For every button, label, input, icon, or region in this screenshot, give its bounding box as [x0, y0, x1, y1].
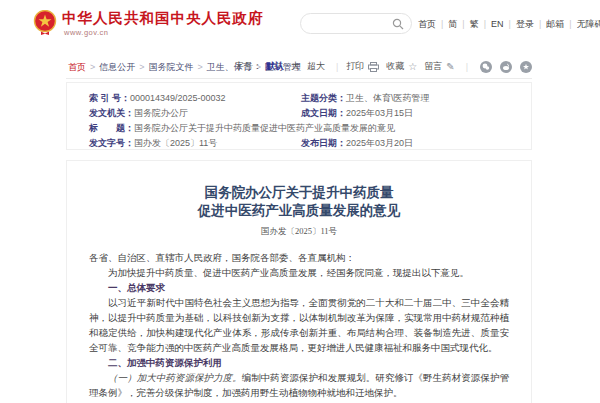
item1-lead: （一）加大中药资源保护力度。: [108, 373, 242, 383]
search-icon[interactable]: [392, 18, 404, 30]
top-nav: 首页简繁EN登录邮箱无障碍: [418, 18, 600, 31]
meta-row: 发文字号： 国办发〔2025〕11号 发布日期： 2025年03月20日: [89, 136, 509, 151]
font-size-default[interactable]: 默认: [266, 60, 284, 73]
breadcrumb-home[interactable]: 首页: [68, 62, 86, 72]
font-size-large[interactable]: 大: [291, 60, 300, 73]
meta-agency-label: 发文机关：: [89, 106, 134, 121]
comment-button[interactable]: 留言: [424, 60, 442, 73]
nav-traditional[interactable]: 繁: [457, 19, 478, 29]
document-content-box: 国务院办公厅关于提升中药质量 促进中医药产业高质量发展的意见 国办发〔2025〕…: [66, 160, 532, 403]
breadcrumb-separator: >: [198, 62, 203, 72]
meta-row: 发文机关： 国务院办公厅 成文日期： 2025年03月15日: [89, 106, 509, 121]
nav-login[interactable]: 登录: [504, 19, 534, 29]
meta-written-date-label: 成文日期：: [301, 106, 346, 121]
meta-index-label: 索 引 号：: [89, 91, 130, 106]
section2-heading: 二、加强中药资源保护利用: [89, 356, 509, 371]
divider: |: [336, 62, 338, 72]
meta-agency-value: 国务院办公厅: [134, 106, 188, 121]
item1-paragraph: （一）加大中药资源保护力度。编制中药资源保护和发展规划。研究修订《野生药材资源保…: [89, 371, 509, 401]
salutation-paragraph: 各省、自治区、直辖市人民政府，国务院各部委、各直属机构：: [89, 251, 509, 266]
printer-icon[interactable]: [368, 62, 379, 72]
meta-index-value: 000014349/2025-00032: [130, 91, 226, 106]
national-emblem-icon[interactable]: [33, 10, 57, 36]
search-box[interactable]: [300, 13, 412, 34]
font-size-label: 字号：: [235, 60, 262, 73]
document-title: 国务院办公厅关于提升中药质量 促进中医药产业高质量发展的意见: [67, 184, 531, 220]
site-title[interactable]: 中华人民共和国中央人民政府: [62, 9, 264, 28]
breadcrumb-info-disclosure[interactable]: 信息公开: [99, 62, 135, 72]
meta-row: 标 题： 国务院办公厅关于提升中药质量促进中医药产业高质量发展的意见: [89, 121, 509, 136]
meta-publish-date-label: 发布日期：: [301, 136, 346, 151]
share-wechat-icon[interactable]: [480, 61, 492, 73]
print-button[interactable]: 打印: [346, 60, 364, 73]
nav-home[interactable]: 首页: [418, 19, 436, 29]
document-number: 国办发〔2025〕11号: [67, 226, 531, 238]
meta-publish-date-value: 2025年03月20日: [346, 136, 413, 151]
pencil-icon[interactable]: ✎: [446, 61, 454, 72]
meta-doc-no-value: 国办发〔2025〕11号: [134, 136, 217, 151]
divider: |: [466, 62, 468, 72]
document-meta-box: 索 引 号： 000014349/2025-00032 主题分类： 卫生、体育\…: [66, 82, 532, 150]
meta-title-value: 国务院办公厅关于提升中药质量促进中医药产业高质量发展的意见: [134, 121, 395, 136]
nav-mail[interactable]: 邮箱: [534, 19, 564, 29]
meta-row: 索 引 号： 000014349/2025-00032 主题分类： 卫生、体育\…: [89, 91, 509, 106]
document-title-line2: 促进中医药产业高质量发展的意见: [67, 202, 531, 220]
site-header: 中华人民共和国中央人民政府 www.gov.cn 首页简繁EN登录邮箱无障碍: [0, 0, 600, 52]
nav-simplified[interactable]: 简: [436, 19, 457, 29]
nav-english[interactable]: EN: [479, 19, 504, 29]
font-size-xlarge[interactable]: 超大: [307, 60, 325, 73]
document-body: 各省、自治区、直辖市人民政府，国务院各部委、各直属机构： 为加快提升中药质量、促…: [89, 251, 509, 403]
breadcrumb-separator: >: [139, 62, 144, 72]
breadcrumb-toolbar: 首页>信息公开>国务院文件>卫生、体育>医药管理 字号： 默认 大 超大 | 打…: [66, 56, 532, 79]
search-input[interactable]: [311, 16, 393, 31]
document-title-line1: 国务院办公厅关于提升中药质量: [67, 184, 531, 202]
meta-topic-label: 主题分类：: [301, 91, 346, 106]
meta-title-label: 标 题：: [89, 121, 134, 136]
favorite-button[interactable]: 收藏: [386, 60, 404, 73]
meta-topic-value: 卫生、体育\医药管理: [346, 91, 430, 106]
site-url: www.gov.cn: [64, 28, 108, 37]
meta-doc-no-label: 发文字号：: [89, 136, 134, 151]
nav-accessibility[interactable]: 无障碍: [564, 19, 600, 29]
page-tools: 字号： 默认 大 超大 | 打印 收藏 ☆ 留言 ✎ |: [235, 60, 532, 73]
breadcrumb-separator: >: [90, 62, 95, 72]
breadcrumb-state-council-docs[interactable]: 国务院文件: [149, 62, 194, 72]
intro-paragraph: 为加快提升中药质量、促进中医药产业高质量发展，经国务院同意，现提出以下意见。: [89, 266, 509, 281]
share-weibo-icon[interactable]: [500, 61, 512, 73]
section1-paragraph: 以习近平新时代中国特色社会主义思想为指导，全面贯彻党的二十大和二十届二中、三中全…: [89, 296, 509, 356]
share-more-icon[interactable]: [520, 61, 532, 73]
star-icon[interactable]: ☆: [408, 61, 417, 72]
section1-heading: 一、总体要求: [89, 281, 509, 296]
meta-written-date-value: 2025年03月15日: [346, 106, 413, 121]
